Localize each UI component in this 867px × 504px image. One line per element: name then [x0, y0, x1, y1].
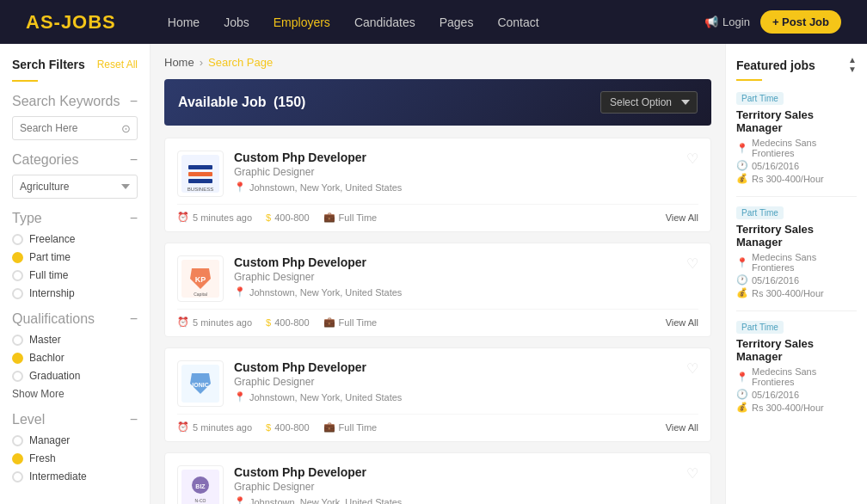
nav-home[interactable]: Home: [168, 15, 200, 29]
sort-select[interactable]: Select Option Newest Oldest Relevance: [600, 91, 698, 114]
radio-bachlor: [12, 353, 23, 364]
job-info-2: Custom Php Developer Graphic Designer 📍 …: [234, 360, 676, 403]
clock-icon-2: ⏰: [177, 421, 189, 433]
view-all-0[interactable]: View All: [666, 212, 698, 223]
nav-employers[interactable]: Employers: [274, 15, 330, 29]
svg-text:N-CO: N-CO: [195, 498, 206, 503]
type-parttime-label: Part time: [29, 251, 71, 263]
login-icon: 📢: [704, 15, 718, 28]
company-logo-0: BUSINESS: [177, 151, 224, 197]
money-icon-0: $: [266, 212, 271, 223]
pin-icon-3: 📍: [234, 496, 246, 504]
featured-sidebar: Featured jobs ▲ ▼ Part Time Territory Sa…: [725, 44, 867, 504]
show-more-button[interactable]: Show More: [12, 388, 138, 400]
nav-jobs[interactable]: Jobs: [224, 15, 249, 29]
sidebar: Serch Filters Reset All Search Keywords …: [0, 44, 151, 504]
job-type-2: 💼 Full Time: [323, 421, 378, 433]
location-icon-0: 📍: [736, 143, 748, 154]
job-salary-0: $ 400-800: [266, 212, 310, 223]
favorite-button-2[interactable]: ♡: [686, 360, 698, 377]
svg-text:Capital: Capital: [194, 292, 207, 297]
category-select[interactable]: Agriculture Technology Finance Healthcar…: [12, 175, 138, 199]
login-button[interactable]: 📢 Login: [704, 15, 750, 28]
clock-icon-1: ⏰: [177, 317, 189, 328]
money-icon-2: $: [266, 422, 271, 433]
main-nav: Home Jobs Employers Candidates Pages Con…: [168, 15, 704, 29]
radio-manager: [12, 435, 23, 446]
qual-master[interactable]: Master: [12, 334, 138, 346]
featured-job-1: Part Time Territory Sales Manager 📍 Mede…: [736, 206, 857, 298]
featured-arrows[interactable]: ▲ ▼: [848, 56, 857, 74]
job-card-bottom-2: ⏰ 5 minutes ago $ 400-800 💼 Full Time Vi…: [177, 414, 698, 433]
search-keywords-wrap: ⊙: [12, 116, 138, 140]
post-job-button[interactable]: + Post Job: [760, 10, 841, 34]
favorite-button-0[interactable]: ♡: [686, 151, 698, 167]
part-time-badge-0: Part Time: [736, 92, 784, 105]
featured-job-0: Part Time Territory Sales Manager 📍 Mede…: [736, 91, 857, 184]
favorite-button-1[interactable]: ♡: [686, 255, 698, 272]
type-fulltime-label: Full time: [29, 269, 68, 281]
featured-divider-line-1: [736, 196, 857, 197]
qual-bachlor[interactable]: Bachlor: [12, 352, 138, 364]
svg-text:BUSINESS: BUSINESS: [188, 187, 213, 192]
sort-select-wrap: Select Option Newest Oldest Relevance: [600, 91, 698, 114]
featured-job-salary-1: 💰 Rs 300-400/Hour: [736, 287, 857, 298]
search-keywords-section: Search Keywords −: [12, 94, 138, 109]
job-card-3: BIZ N-CO Custom Php Developer Graphic De…: [164, 452, 711, 504]
featured-job-title-1: Territory Sales Manager: [736, 223, 857, 249]
job-title-3: Custom Php Developer: [234, 465, 676, 479]
type-freelance[interactable]: Freelance: [12, 233, 138, 245]
job-location-0: 📍 Johnstown, New York, United States: [234, 181, 676, 193]
job-salary-1: $ 400-800: [266, 317, 310, 328]
job-card-2: IONIC Custom Php Developer Graphic Desig…: [164, 347, 711, 442]
arrow-up-icon: ▲: [848, 56, 857, 65]
type-icon-1: 💼: [323, 317, 335, 328]
featured-header: Featured jobs ▲ ▼: [736, 56, 857, 74]
type-internship-label: Internship: [29, 287, 75, 299]
job-type-0: 💼 Full Time: [323, 212, 378, 223]
company-logo-3: BIZ N-CO: [177, 465, 224, 504]
featured-job-title-0: Territory Sales Manager: [736, 108, 857, 134]
type-icon-0: 💼: [323, 212, 335, 223]
type-fulltime[interactable]: Full time: [12, 269, 138, 281]
level-intermediate-label: Intermediate: [29, 470, 87, 482]
favorite-button-3[interactable]: ♡: [686, 465, 698, 482]
featured-job-date-2: 🕐 05/16/2016: [736, 389, 857, 400]
job-subtitle-3: Graphic Designer: [234, 481, 676, 493]
job-time-0: ⏰ 5 minutes ago: [177, 212, 252, 223]
type-internship[interactable]: Internship: [12, 287, 138, 299]
job-subtitle-0: Graphic Designer: [234, 166, 676, 178]
featured-job-title-2: Territory Sales Manager: [736, 337, 857, 363]
job-card-1: KP Capital Custom Php Developer Graphic …: [164, 243, 711, 337]
sidebar-divider: [12, 80, 38, 82]
location-icon-1: 📍: [736, 257, 748, 268]
view-all-2[interactable]: View All: [666, 422, 698, 433]
part-time-badge-2: Part Time: [736, 321, 784, 334]
level-manager[interactable]: Manager: [12, 434, 138, 446]
job-title-2: Custom Php Developer: [234, 360, 676, 374]
job-time-1: ⏰ 5 minutes ago: [177, 317, 252, 328]
nav-contact[interactable]: Contact: [497, 15, 538, 29]
breadcrumb-home[interactable]: Home: [164, 56, 194, 69]
featured-job-salary-2: 💰 Rs 300-400/Hour: [736, 402, 857, 413]
level-intermediate[interactable]: Intermediate: [12, 470, 138, 482]
featured-job-company-2: 📍 Medecins Sans Frontieres: [736, 366, 857, 387]
nav-candidates[interactable]: Candidates: [354, 15, 415, 29]
job-card-0: BUSINESS Custom Php Developer Graphic De…: [164, 138, 711, 232]
type-parttime[interactable]: Part time: [12, 251, 138, 263]
view-all-1[interactable]: View All: [666, 317, 698, 328]
featured-divider: [736, 79, 762, 81]
featured-job-company-0: 📍 Medecins Sans Frontieres: [736, 138, 857, 158]
search-input[interactable]: [12, 116, 138, 140]
svg-text:IONIC: IONIC: [192, 382, 208, 388]
reset-all-button[interactable]: Reset All: [97, 58, 138, 71]
job-card-bottom-0: ⏰ 5 minutes ago $ 400-800 💼 Full Time Vi…: [177, 204, 698, 223]
level-fresh[interactable]: Fresh: [12, 452, 138, 464]
job-location-1: 📍 Johnstown, New York, United States: [234, 286, 676, 298]
qual-graduation[interactable]: Graduation: [12, 370, 138, 382]
nav-pages[interactable]: Pages: [440, 15, 474, 29]
radio-intermediate: [12, 471, 23, 482]
type-freelance-label: Freelance: [29, 233, 75, 245]
logo[interactable]: AS-JOBS: [26, 11, 116, 34]
svg-rect-2: [188, 172, 212, 176]
